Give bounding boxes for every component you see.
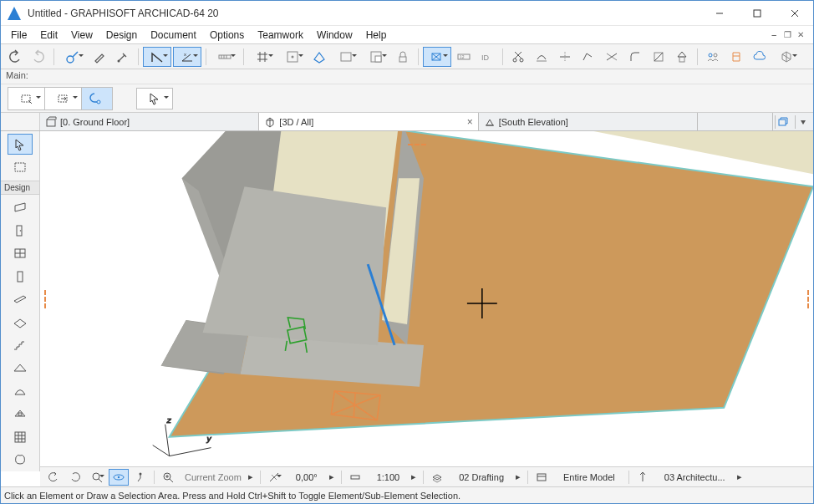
dock-handle-icon[interactable]	[43, 290, 48, 310]
menu-view[interactable]: View	[64, 28, 99, 43]
scale-next-button[interactable]: ▸	[411, 471, 420, 482]
shell-tool[interactable]	[8, 380, 33, 401]
main-area: Design	[1, 131, 813, 471]
measure-button[interactable]: 12	[453, 47, 475, 67]
menu-window[interactable]: Window	[310, 28, 359, 43]
layer-combination-button[interactable]	[427, 469, 447, 486]
scroll-fwd-button[interactable]	[65, 469, 85, 486]
model-value[interactable]: Entire Model	[553, 472, 625, 482]
trim-button[interactable]	[531, 47, 552, 67]
eyedropper-button[interactable]	[89, 47, 110, 67]
menu-design[interactable]: Design	[99, 28, 144, 43]
close-button[interactable]	[776, 1, 813, 25]
lock-button[interactable]	[392, 47, 414, 67]
tab-south-elevation[interactable]: [South Elevation]	[479, 113, 698, 130]
redo-button[interactable]	[28, 47, 49, 67]
toolbox-section-label: Design	[1, 181, 39, 195]
morph-tool[interactable]	[8, 449, 33, 470]
selection-method-group	[8, 87, 113, 110]
unit-value[interactable]: 03 Architectu...	[654, 472, 735, 482]
menu-document[interactable]: Document	[144, 28, 203, 43]
mdi-restore-button[interactable]: ❐	[781, 29, 793, 41]
snap-type-button[interactable]	[278, 47, 307, 67]
menu-options[interactable]: Options	[203, 28, 251, 43]
walk-button[interactable]	[130, 469, 150, 486]
svg-line-102	[99, 479, 102, 482]
zoom-button[interactable]	[87, 469, 107, 486]
tab-3d[interactable]: [3D / All] ×	[259, 113, 478, 130]
fillet-button[interactable]	[624, 47, 646, 67]
tab-list-button[interactable]	[795, 115, 811, 129]
id-button[interactable]: ID	[476, 47, 498, 67]
scale-button[interactable]	[345, 469, 365, 486]
slab-tool[interactable]	[8, 312, 33, 333]
svg-point-104	[118, 476, 120, 477]
mdi-close-button[interactable]: ✕	[795, 29, 806, 41]
pick-parameters-button[interactable]	[59, 47, 87, 67]
cut-button[interactable]	[507, 47, 529, 67]
door-tool[interactable]	[8, 220, 33, 241]
plane-button[interactable]	[308, 47, 330, 67]
beam-tool[interactable]	[8, 289, 33, 310]
elevation-button[interactable]	[671, 47, 693, 67]
arrow-geometry-button[interactable]	[136, 88, 173, 109]
quick-selection-button[interactable]	[82, 88, 112, 109]
unit-next-button[interactable]: ▸	[737, 471, 745, 482]
mdi-min-button[interactable]: ‒	[768, 29, 780, 41]
3d-viewport[interactable]: y z	[40, 131, 813, 471]
orbit-button[interactable]	[109, 469, 129, 486]
scroll-back-button[interactable]	[43, 469, 64, 486]
menu-help[interactable]: Help	[359, 28, 394, 43]
cloud-button[interactable]	[749, 47, 771, 67]
stair-tool[interactable]	[8, 334, 33, 355]
tab-ground-floor[interactable]: [0. Ground Floor]	[40, 113, 259, 130]
curtain-wall-tool[interactable]	[8, 426, 33, 447]
dock-handle-icon[interactable]	[408, 134, 428, 139]
favorites-button[interactable]	[423, 47, 451, 67]
popout-button[interactable]	[775, 115, 791, 129]
orientation-button[interactable]	[264, 469, 284, 486]
minimize-button[interactable]	[700, 1, 738, 25]
menu-file[interactable]: File	[4, 28, 33, 43]
svg-marker-66	[14, 364, 26, 371]
marquee-tool[interactable]	[8, 156, 33, 177]
toolbox: Design	[1, 131, 40, 471]
angle-value[interactable]: 0,00°	[286, 472, 328, 482]
teamwork-button[interactable]	[702, 47, 724, 67]
marquee-direction-button[interactable]	[45, 88, 82, 109]
inject-button[interactable]	[112, 47, 134, 67]
attributes-button[interactable]	[725, 47, 747, 67]
fit-button[interactable]	[158, 469, 178, 486]
arrow-tool[interactable]	[8, 134, 33, 155]
angle-next-button[interactable]: ▸	[329, 471, 338, 482]
skylight-tool[interactable]	[8, 404, 33, 425]
window-tool[interactable]	[8, 243, 33, 264]
perpendicular-snap-button[interactable]	[143, 47, 171, 67]
intersect-button[interactable]	[601, 47, 623, 67]
roof-tool[interactable]	[8, 358, 33, 379]
layer-settings-button[interactable]	[332, 47, 360, 67]
angle-snap-button[interactable]: x	[173, 47, 201, 67]
dimension-button[interactable]	[633, 469, 653, 486]
maximize-button[interactable]	[738, 1, 776, 25]
model-filter-button[interactable]	[532, 469, 552, 486]
layer-next-button[interactable]: ▸	[516, 471, 524, 482]
layer-value[interactable]: 02 Drafting	[449, 472, 514, 482]
adjust-button[interactable]	[577, 47, 599, 67]
scale-value[interactable]: 1:100	[367, 472, 410, 482]
wall-tool[interactable]	[8, 197, 33, 218]
marquee-partial-button[interactable]	[8, 88, 45, 109]
3d-window-button[interactable]	[772, 47, 801, 67]
undo-button[interactable]	[4, 47, 26, 67]
menu-teamwork[interactable]: Teamwork	[251, 28, 310, 43]
open-view-button[interactable]	[362, 47, 390, 67]
resize-button[interactable]	[648, 47, 669, 67]
menu-edit[interactable]: Edit	[33, 28, 64, 43]
column-tool[interactable]	[8, 266, 33, 287]
zoom-next-button[interactable]: ▸	[248, 471, 257, 482]
dock-handle-icon[interactable]	[806, 290, 811, 310]
ruler-button[interactable]	[211, 47, 239, 67]
split-button[interactable]	[554, 47, 576, 67]
tab-close-button[interactable]: ×	[467, 116, 473, 128]
grid-snap-button[interactable]	[248, 47, 277, 67]
